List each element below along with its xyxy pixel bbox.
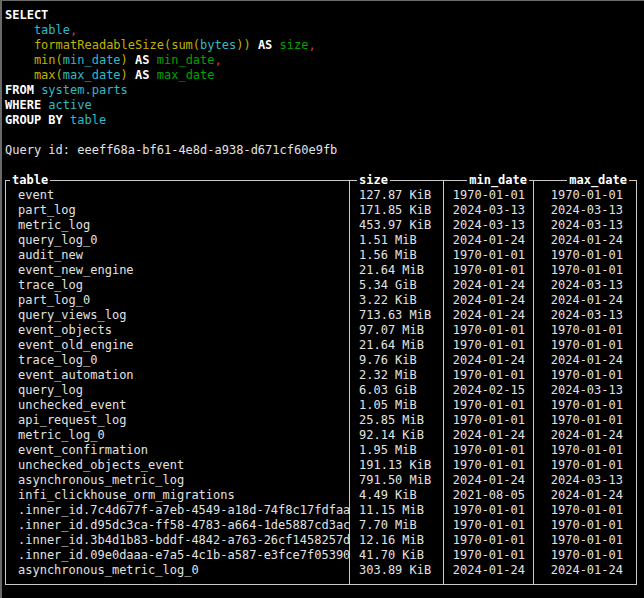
table-body: event127.87 KiB1970-01-011970-01-01part_… [5,188,637,585]
table-row: asynchronous_metric_log_0303.89 KiB2024-… [5,563,637,578]
cell-min-date: 2024-01-24 [443,473,533,488]
cell-min-date: 1970-01-01 [443,338,533,353]
sql-token-alias: size [280,38,309,52]
sql-token-keyword: SELECT [5,8,48,22]
cell-max-date: 2024-01-24 [533,233,637,248]
cell-table: trace_log [5,278,349,293]
table-row: infi_clickhouse_orm_migrations4.49 KiB20… [5,488,637,503]
cell-max-date: 2024-01-24 [533,488,637,503]
sql-token-identifier: max_date [63,68,121,82]
sql-token-identifier: min_date [63,53,121,67]
cell-max-date: 2024-03-13 [533,383,637,398]
sql-token-keyword: GROUP BY [5,113,63,127]
cell-max-date: 1970-01-01 [533,338,637,353]
cell-min-date: 2024-03-13 [443,203,533,218]
sql-token-plain [63,113,70,127]
cell-max-date: 1970-01-01 [533,518,637,533]
table-row: api_request_log25.85 MiB1970-01-011970-0… [5,413,637,428]
sql-token-function: max( [34,68,63,82]
sql-line: min(min_date) AS min_date, [5,53,644,68]
table-row: metric_log453.97 KiB2024-03-132024-03-13 [5,218,637,233]
table-row: query_views_log713.63 MiB2024-01-242024-… [5,308,637,323]
sql-token-identifier: table [34,23,70,37]
table-row: event_new_engine21.64 MiB1970-01-011970-… [5,263,637,278]
sql-token-plain [150,68,157,82]
column-header-table: table [5,173,349,188]
cell-table: infi_clickhouse_orm_migrations [5,488,349,503]
sql-query: SELECTtable,formatReadableSize(sum(bytes… [5,8,644,128]
column-header-min-date: min_date [443,173,533,188]
sql-token-punctuation: , [308,38,315,52]
sql-token-punctuation: , [215,53,222,67]
table-row: .inner_id.3b4d1b83-bddf-4842-a763-26cf14… [5,533,637,548]
cell-max-date: 2024-01-24 [533,563,637,578]
sql-line: WHERE active [5,98,644,113]
table-row: part_log_03.22 KiB2024-01-242024-01-24 [5,293,637,308]
cell-max-date: 2024-01-24 [533,293,637,308]
sql-token-plain [272,38,279,52]
cell-table: .inner_id.7c4d677f-a7eb-4549-a18d-74f8c1… [5,503,349,518]
cell-table: api_request_log [5,413,349,428]
table-row: query_log6.03 GiB2024-02-152024-03-13 [5,383,637,398]
table-row: .inner_id.7c4d677f-a7eb-4549-a18d-74f8c1… [5,503,637,518]
cell-max-date: 1970-01-01 [533,368,637,383]
cell-min-date: 2024-01-24 [443,428,533,443]
cell-size: 1.95 MiB [349,443,443,458]
cell-size: 25.85 MiB [349,413,443,428]
cell-max-date: 1970-01-01 [533,398,637,413]
cell-max-date: 2024-03-13 [533,308,637,323]
cell-table: metric_log [5,218,349,233]
sql-token-identifier: system.parts [41,83,128,97]
cell-min-date: 1970-01-01 [443,458,533,473]
cell-max-date: 1970-01-01 [533,503,637,518]
cell-table: unchecked_event [5,398,349,413]
sql-token-identifier: bytes [200,38,236,52]
cell-table: .inner_id.09e0daaa-e7a5-4c1b-a587-e3fce7… [5,548,349,563]
sql-line: SELECT [5,8,644,23]
cell-size: 4.49 KiB [349,488,443,503]
cell-table: event_confirmation [5,443,349,458]
cell-size: 1.51 MiB [349,233,443,248]
cell-min-date: 2021-08-05 [443,488,533,503]
cell-size: 9.76 KiB [349,353,443,368]
cell-min-date: 1970-01-01 [443,188,533,203]
cell-table: event_new_engine [5,263,349,278]
sql-token-identifier: active [48,98,91,112]
sql-token-function: ) [121,53,128,67]
cell-min-date: 1970-01-01 [443,368,533,383]
cell-size: 1.56 MiB [349,248,443,263]
cell-size: 12.16 MiB [349,533,443,548]
cell-size: 92.14 KiB [349,428,443,443]
cell-size: 303.89 KiB [349,563,443,578]
cell-table: event [5,188,349,203]
cell-table: asynchronous_metric_log_0 [5,563,349,578]
cell-size: 453.97 KiB [349,218,443,233]
cell-size: 127.87 KiB [349,188,443,203]
cell-table: .inner_id.d95dc3ca-ff58-4783-a664-1de588… [5,518,349,533]
table-row: part_log171.85 KiB2024-03-132024-03-13 [5,203,637,218]
cell-min-date: 2024-01-24 [443,308,533,323]
cell-min-date: 1970-01-01 [443,443,533,458]
table-row: event_objects97.07 MiB1970-01-011970-01-… [5,323,637,338]
cell-min-date: 2024-01-24 [443,278,533,293]
cell-table: audit_new [5,248,349,263]
cell-min-date: 2024-01-24 [443,563,533,578]
cell-max-date: 2024-01-24 [533,428,637,443]
terminal-window[interactable]: SELECTtable,formatReadableSize(sum(bytes… [0,0,644,598]
cell-size: 21.64 MiB [349,338,443,353]
query-id-line: Query id: eeeff68a-bf61-4e8d-a938-d671cf… [5,143,644,158]
cell-table: asynchronous_metric_log [5,473,349,488]
cell-size: 3.22 KiB [349,293,443,308]
cell-table: part_log [5,203,349,218]
cell-min-date: 1970-01-01 [443,248,533,263]
table-row: trace_log5.34 GiB2024-01-242024-03-13 [5,278,637,293]
sql-token-keyword: FROM [5,83,34,97]
column-header-size: size [349,173,443,188]
table-row: metric_log_092.14 KiB2024-01-242024-01-2… [5,428,637,443]
cell-max-date: 1970-01-01 [533,263,637,278]
sql-token-plain [128,68,135,82]
cell-table: part_log_0 [5,293,349,308]
cell-table: event_automation [5,368,349,383]
table-row: trace_log_09.76 KiB2024-01-242024-01-24 [5,353,637,368]
cell-min-date: 1970-01-01 [443,518,533,533]
